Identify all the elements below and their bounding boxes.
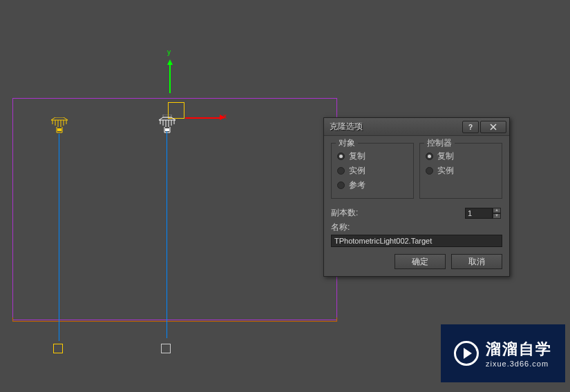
dialog-buttons: 确定 取消: [331, 254, 502, 269]
ok-button[interactable]: 确定: [395, 254, 446, 269]
radio-icon: [337, 153, 345, 160]
object-group-label: 对象: [336, 137, 358, 149]
help-icon: ?: [467, 124, 474, 130]
close-icon: [490, 124, 497, 130]
help-button[interactable]: ?: [462, 121, 479, 133]
selection-edge: [12, 317, 337, 322]
dialog-titlebar[interactable]: 克隆选项 ?: [324, 118, 509, 136]
copies-spinner[interactable]: ▲ ▼: [465, 208, 502, 219]
dialog-body: 对象 复制 实例 参考 控制器 复制: [324, 136, 509, 276]
axis-gizmo[interactable]: y x: [169, 62, 238, 131]
object-group: 对象 复制 实例 参考: [331, 143, 414, 199]
light-target-line: [167, 131, 167, 338]
ok-label: 确定: [412, 256, 428, 268]
axis-y-arrow-icon: [167, 59, 173, 65]
watermark-url: zixue.3d66.com: [486, 360, 552, 368]
axis-x-line: [185, 117, 220, 119]
radio-label: 复制: [437, 150, 454, 162]
close-button[interactable]: [480, 121, 506, 133]
radio-label: 复制: [349, 150, 365, 162]
svg-rect-0: [57, 128, 61, 131]
play-icon: [464, 348, 472, 359]
cancel-button[interactable]: 取消: [451, 254, 502, 269]
name-label: 名称:: [331, 222, 350, 232]
watermark-title: 溜溜自学: [486, 339, 552, 360]
clone-options-dialog: 克隆选项 ? 对象 复制 实例 参考: [323, 117, 510, 277]
svg-rect-2: [165, 128, 169, 131]
object-reference-option[interactable]: 参考: [337, 178, 408, 193]
radio-label: 实例: [349, 165, 365, 177]
radio-label: 实例: [437, 165, 454, 177]
copies-label: 副本数:: [331, 207, 358, 219]
name-row: 名称:: [331, 222, 502, 247]
watermark: 溜溜自学 zixue.3d66.com: [441, 324, 565, 382]
controller-instance-option[interactable]: 实例: [426, 164, 496, 178]
copies-input[interactable]: [465, 208, 493, 219]
axis-x-label: x: [223, 112, 227, 120]
svg-text:?: ?: [468, 124, 473, 130]
radio-icon: [337, 167, 345, 175]
dialog-title: 克隆选项: [330, 121, 461, 133]
object-instance-option[interactable]: 实例: [337, 164, 408, 178]
light-target-box[interactable]: [161, 344, 171, 353]
spinner-up-icon[interactable]: ▲: [493, 208, 501, 213]
light-icon: [50, 117, 69, 134]
object-copy-option[interactable]: 复制: [337, 149, 408, 164]
radio-label: 参考: [349, 179, 365, 191]
copies-row: 副本数: ▲ ▼: [331, 207, 502, 219]
controller-group-label: 控制器: [424, 137, 455, 149]
controller-group: 控制器 复制 实例: [419, 143, 502, 199]
radio-icon: [426, 153, 433, 160]
cancel-label: 取消: [468, 256, 485, 268]
radio-icon: [426, 167, 433, 175]
photometric-light-2[interactable]: [158, 115, 177, 136]
radio-icon: [337, 182, 345, 189]
light-target-line: [59, 134, 59, 341]
axis-y-line: [169, 62, 171, 93]
spinner-down-icon[interactable]: ▼: [493, 213, 501, 219]
controller-copy-option[interactable]: 复制: [426, 149, 496, 164]
watermark-logo-icon: [454, 341, 479, 366]
viewport[interactable]: y x: [7, 14, 339, 366]
axis-y-label: y: [167, 48, 171, 56]
light-target-box[interactable]: [53, 344, 63, 353]
light-icon: [158, 115, 177, 134]
photometric-light-1[interactable]: [50, 117, 69, 136]
svg-rect-1: [163, 115, 171, 117]
name-input[interactable]: [331, 235, 502, 247]
